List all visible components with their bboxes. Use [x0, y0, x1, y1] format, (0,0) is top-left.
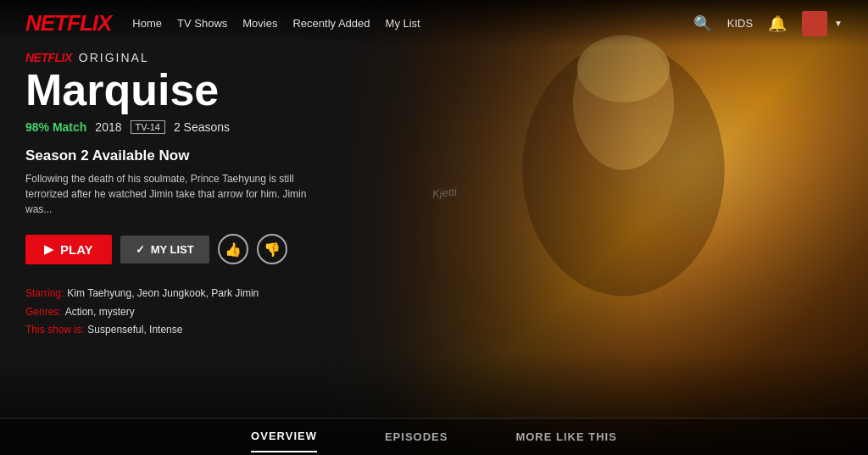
content-rating: TV-14 — [131, 120, 165, 134]
play-icon: ▶ — [44, 242, 53, 256]
original-text: ORIGINAL — [79, 51, 149, 64]
nav-links: Home TV Shows Movies Recently Added My L… — [132, 17, 693, 30]
bottom-tabs: OVERVIEW EPISODES MORE LIKE THIS — [0, 418, 868, 455]
genres-label: Genres: — [25, 303, 62, 322]
starring-row: Starring: Kim Taehyung, Jeon Jungkook, P… — [25, 285, 381, 303]
kids-button[interactable]: KIDS — [727, 17, 753, 30]
thumbs-up-icon: 👍 — [225, 241, 242, 258]
check-icon: ✓ — [136, 243, 145, 256]
this-show-value: Suspenseful, Intense — [87, 321, 182, 340]
my-list-button[interactable]: ✓ MY LIST — [120, 236, 209, 264]
notifications-icon[interactable]: 🔔 — [768, 14, 787, 33]
this-show-label: This show is: — [25, 321, 84, 340]
tab-episodes[interactable]: EPISODES — [385, 422, 448, 452]
show-meta: 98% Match 2018 TV-14 2 Seasons — [25, 120, 381, 134]
navbar: NETFLIX Home TV Shows Movies Recently Ad… — [0, 0, 868, 47]
starring-value: Kim Taehyung, Jeon Jungkook, Park Jimin — [67, 285, 259, 303]
genres-value: Action, mystery — [65, 303, 135, 322]
action-buttons: ▶ PLAY ✓ MY LIST 👍 👎 — [25, 234, 381, 264]
svg-point-0 — [523, 43, 725, 296]
account-caret[interactable]: ▼ — [834, 19, 843, 28]
seasons-count: 2 Seasons — [174, 120, 230, 134]
nav-home[interactable]: Home — [132, 17, 162, 30]
nav-right: 🔍 KIDS 🔔 ▼ — [693, 11, 843, 36]
netflix-logo[interactable]: NETFLIX — [25, 10, 111, 36]
tab-more-like-this[interactable]: MORE LIKE THIS — [515, 422, 616, 452]
this-show-row: This show is: Suspenseful, Intense — [25, 321, 381, 340]
show-title: Marquise — [25, 68, 381, 112]
thumbs-down-icon: 👎 — [264, 241, 281, 258]
starring-label: Starring: — [25, 285, 64, 303]
play-button[interactable]: ▶ PLAY — [25, 235, 112, 264]
show-details: Starring: Kim Taehyung, Jeon Jungkook, P… — [25, 285, 381, 340]
mylist-label: MY LIST — [151, 243, 194, 256]
tab-overview[interactable]: OVERVIEW — [251, 421, 317, 452]
svg-point-1 — [573, 36, 674, 170]
hero-background — [303, 0, 868, 455]
nav-my-list[interactable]: My List — [386, 17, 420, 30]
search-icon[interactable]: 🔍 — [693, 14, 712, 33]
show-description: Following the death of his soulmate, Pri… — [25, 171, 322, 217]
thumbs-down-button[interactable]: 👎 — [257, 234, 287, 264]
netflix-original-badge: NETFLIX ORIGINAL — [25, 51, 381, 64]
thumbs-up-button[interactable]: 👍 — [218, 234, 248, 264]
nav-recently-added[interactable]: Recently Added — [292, 17, 370, 30]
match-percent: 98% Match — [25, 120, 86, 134]
season-available: Season 2 Available Now — [25, 147, 381, 164]
nav-tv-shows[interactable]: TV Shows — [177, 17, 227, 30]
hero-content: NETFLIX ORIGINAL Marquise 98% Match 2018… — [25, 51, 381, 340]
netflix-brand: NETFLIX — [25, 51, 72, 64]
genres-row: Genres: Action, mystery — [25, 303, 381, 322]
nav-movies[interactable]: Movies — [242, 17, 277, 30]
play-label: PLAY — [60, 242, 93, 257]
watermark: Kjetti — [431, 186, 457, 200]
release-year: 2018 — [95, 120, 121, 134]
avatar[interactable] — [802, 11, 827, 36]
